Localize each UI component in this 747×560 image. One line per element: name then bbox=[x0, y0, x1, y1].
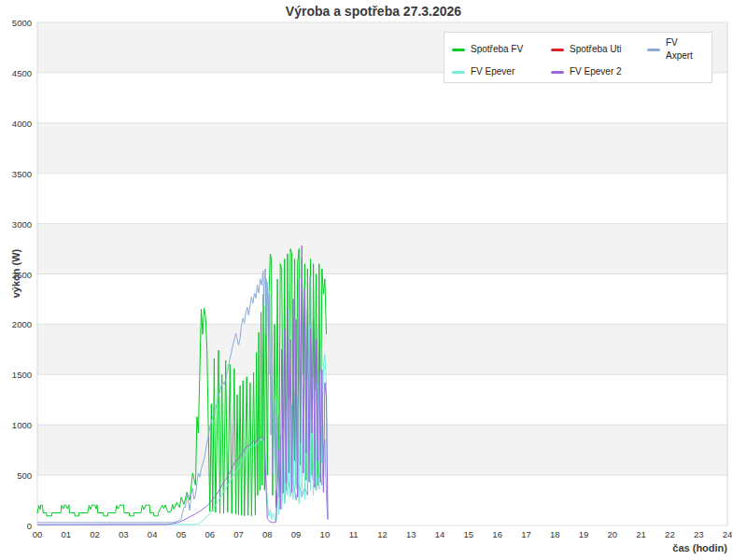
legend-label: FV Axpert bbox=[666, 36, 704, 63]
legend-swatch-icon bbox=[452, 71, 465, 74]
grid-band bbox=[37, 324, 727, 374]
x-tick-label: 16 bbox=[486, 529, 509, 539]
legend-label: Spotřeba Uti bbox=[570, 43, 622, 56]
y-tick-label: 3000 bbox=[0, 219, 32, 230]
legend-item: FV Epever 2 bbox=[551, 65, 647, 78]
x-tick-label: 14 bbox=[429, 529, 451, 539]
legend-item: FV Axpert bbox=[647, 36, 704, 63]
x-tick-label: 05 bbox=[170, 529, 192, 539]
legend-swatch-icon bbox=[551, 49, 564, 51]
x-tick-label: 09 bbox=[285, 529, 307, 539]
x-tick-label: 17 bbox=[514, 529, 537, 539]
x-tick-label: 20 bbox=[601, 529, 624, 539]
legend-label: FV Epever 2 bbox=[570, 65, 622, 78]
grid-band bbox=[37, 425, 727, 475]
x-tick-label: 03 bbox=[112, 529, 134, 539]
x-tick-label: 11 bbox=[343, 529, 365, 539]
x-tick-label: 12 bbox=[372, 529, 394, 539]
y-tick-label: 4500 bbox=[0, 68, 32, 78]
y-tick-label: 1000 bbox=[0, 420, 32, 430]
x-tick-label: 13 bbox=[400, 529, 422, 539]
x-tick-label: 22 bbox=[658, 529, 681, 539]
legend-swatch-icon bbox=[647, 49, 660, 51]
x-tick-label: 08 bbox=[256, 529, 278, 539]
x-tick-label: 15 bbox=[458, 529, 480, 539]
y-tick-label: 1500 bbox=[0, 370, 32, 380]
x-tick-label: 10 bbox=[314, 529, 336, 539]
chart-canvas bbox=[0, 0, 747, 560]
legend-swatch-icon bbox=[452, 49, 465, 51]
x-tick-label: 02 bbox=[84, 529, 106, 539]
x-tick-label: 23 bbox=[687, 529, 710, 539]
x-tick-label: 21 bbox=[630, 529, 653, 539]
legend: Spotřeba FVSpotřeba UtiFV AxpertFV Epeve… bbox=[444, 32, 712, 83]
legend-swatch-icon bbox=[551, 71, 564, 74]
legend-label: Spotřeba FV bbox=[471, 43, 523, 56]
y-tick-label: 2000 bbox=[0, 319, 32, 329]
x-tick-label: 00 bbox=[26, 529, 49, 539]
y-tick-label: 5000 bbox=[0, 18, 32, 28]
x-tick-label: 19 bbox=[572, 529, 595, 539]
x-tick-label: 24 bbox=[716, 529, 739, 539]
x-tick-label: 01 bbox=[55, 529, 78, 539]
legend-label: FV Epever bbox=[471, 65, 514, 78]
grid-band bbox=[37, 224, 727, 274]
x-tick-label: 04 bbox=[141, 529, 163, 539]
x-tick-label: 07 bbox=[228, 529, 250, 539]
legend-item: Spotřeba FV bbox=[452, 43, 551, 56]
x-tick-label: 18 bbox=[543, 529, 566, 539]
y-tick-label: 4000 bbox=[0, 119, 32, 129]
y-tick-label: 3500 bbox=[0, 169, 32, 179]
y-tick-label: 500 bbox=[0, 470, 32, 481]
legend-item: FV Epever bbox=[452, 65, 551, 78]
y-axis-label: výkon (W) bbox=[10, 249, 21, 299]
grid-band bbox=[37, 123, 727, 174]
legend-item: Spotřeba Uti bbox=[551, 43, 647, 56]
x-axis-label: čas (hodin) bbox=[672, 542, 727, 553]
x-tick-label: 06 bbox=[199, 529, 221, 539]
